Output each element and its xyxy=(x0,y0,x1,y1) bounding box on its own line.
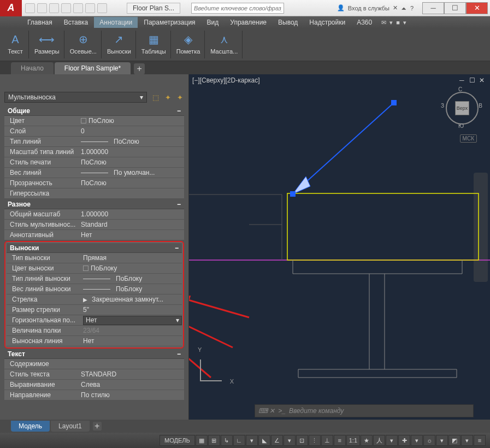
section-header[interactable]: Текст− xyxy=(4,349,184,359)
add-tab-button[interactable]: + xyxy=(134,63,145,74)
prop-value[interactable]: 1.000000 xyxy=(81,210,184,218)
status-scale[interactable]: 1:1 xyxy=(346,435,360,446)
prop-value[interactable]: Standard xyxy=(81,221,184,228)
login-link[interactable]: Вход в службы xyxy=(348,5,389,11)
coord-system-label[interactable]: МСК xyxy=(460,134,477,143)
viewcube-south[interactable]: Ю xyxy=(458,123,464,129)
prop-row[interactable]: Масштаб типа линий1.000000 xyxy=(4,147,184,157)
prop-row[interactable]: Содержимое xyxy=(4,359,184,369)
qat-new-icon[interactable] xyxy=(25,3,35,13)
ribbon-Выноски[interactable]: ↗Выноски xyxy=(103,31,136,58)
menu-управление[interactable]: Управление xyxy=(225,17,272,28)
qat-saveas-icon[interactable] xyxy=(61,3,71,13)
status-toggle-icon[interactable]: ▾ xyxy=(386,435,398,446)
prop-row[interactable]: Вес линий выноскиПоБлоку xyxy=(7,284,182,294)
prop-row[interactable]: ЦветПоСлою xyxy=(4,116,184,126)
layout-tab[interactable]: Модель xyxy=(11,421,50,432)
ribbon-Текст[interactable]: AТекст xyxy=(2,31,29,58)
menu-extra-icon[interactable]: ✉ xyxy=(381,19,386,26)
prop-row[interactable]: Тип выноскиПрямая xyxy=(7,253,182,263)
status-toggle-icon[interactable]: ▾ xyxy=(246,435,258,446)
minimize-button[interactable]: ─ xyxy=(422,2,444,14)
prop-value[interactable]: ПоСлою xyxy=(81,179,184,187)
prop-row[interactable]: Тип линийПоСлою xyxy=(4,137,184,147)
app-logo[interactable]: A xyxy=(0,0,22,16)
status-toggle-icon[interactable]: ◩ xyxy=(448,435,461,446)
status-toggle-icon[interactable]: ⊡ xyxy=(296,435,308,446)
prop-row[interactable]: ПрозрачностьПоСлою xyxy=(4,178,184,188)
ribbon-Пометка[interactable]: ◈Пометка xyxy=(172,31,205,58)
prop-value[interactable]: Нет▾ xyxy=(83,316,182,325)
menu-параметризация[interactable]: Параметризация xyxy=(138,17,200,28)
prop-row[interactable]: АннотативныйНет xyxy=(4,230,184,240)
doc-tab[interactable]: Начало xyxy=(11,62,54,74)
object-type-selector[interactable]: Мультивыноска▾ xyxy=(4,92,147,103)
prop-row[interactable]: Горизонтальная по...Нет▾ xyxy=(7,315,182,326)
status-toggle-icon[interactable]: ▾ xyxy=(461,435,473,446)
menu-главная[interactable]: Главная xyxy=(22,17,58,28)
prop-value[interactable]: Нет xyxy=(83,337,182,345)
prop-value[interactable]: ПоБлоку xyxy=(83,264,182,272)
viewport-label[interactable]: [−][Сверху][2D-каркас] xyxy=(192,76,260,84)
prop-row[interactable]: Стиль мультивынос...Standard xyxy=(4,220,184,230)
add-layout-button[interactable]: + xyxy=(93,422,102,431)
command-line[interactable]: ⌨ ✕ >_ Введите команду xyxy=(255,404,474,417)
status-toggle-icon[interactable]: ∠ xyxy=(271,435,283,446)
ribbon-Таблицы[interactable]: ▦Таблицы xyxy=(137,31,171,58)
status-toggle-icon[interactable]: ≡ xyxy=(474,435,486,446)
prop-row[interactable]: Стиль текстаSTANDARD xyxy=(4,369,184,380)
prop-row[interactable]: Стиль печатиПоСлою xyxy=(4,157,184,168)
status-model-button[interactable]: МОДЕЛЬ xyxy=(160,435,195,446)
viewcube[interactable]: Верх С Ю З В xyxy=(443,87,481,131)
prop-row[interactable]: Слой0 xyxy=(4,126,184,137)
prop-row[interactable]: Вес линийПо умолчан... xyxy=(4,168,184,178)
status-toggle-icon[interactable]: ▾ xyxy=(284,435,296,446)
prop-row[interactable]: Выносная линияНет xyxy=(7,336,182,346)
a360-icon[interactable]: ⏶ xyxy=(401,5,407,11)
status-toggle-icon[interactable]: ↳ xyxy=(221,435,233,446)
help-icon[interactable]: ? xyxy=(410,5,414,11)
status-toggle-icon[interactable]: ☼ xyxy=(423,435,435,446)
prop-value[interactable]: По стилю xyxy=(81,391,184,399)
prop-row[interactable]: Тип линий выноскиПоБлоку xyxy=(7,274,182,284)
prop-row[interactable]: Величина полки23/64 xyxy=(7,326,182,336)
status-toggle-icon[interactable]: ▾ xyxy=(411,435,423,446)
menu-аннотации[interactable]: Аннотации xyxy=(94,17,138,28)
prop-row[interactable]: НаправлениеПо стилю xyxy=(4,390,184,400)
prop-value[interactable]: Слева xyxy=(81,381,184,388)
qat-undo-icon[interactable] xyxy=(85,3,95,13)
quick-select-icon[interactable]: ⬚ xyxy=(151,93,160,102)
prop-value[interactable]: ПоСлою xyxy=(81,117,184,125)
prop-value[interactable]: 5" xyxy=(83,306,182,314)
exchange-icon[interactable]: ✕ xyxy=(393,4,398,11)
prop-row[interactable]: Гиперссылка xyxy=(4,188,184,199)
prop-row[interactable]: Общий масштаб1.000000 xyxy=(4,209,184,220)
status-toggle-icon[interactable]: ⊞ xyxy=(208,435,220,446)
section-header[interactable]: Общие− xyxy=(4,106,184,116)
search-input[interactable] xyxy=(191,3,284,14)
ucs-icon[interactable]: Y X xyxy=(200,354,227,381)
menu-extra-icon[interactable]: ▾ xyxy=(403,19,406,26)
prop-value[interactable]: Прямая xyxy=(83,254,182,262)
viewcube-top[interactable]: Верх xyxy=(455,101,469,115)
user-icon[interactable]: 👤 xyxy=(337,4,345,11)
prop-row[interactable]: Стрелка▶Закрешенная замкнут... xyxy=(7,294,182,305)
menu-вывод[interactable]: Вывод xyxy=(273,17,303,28)
viewport-maximize-icon[interactable]: ☐ xyxy=(469,76,477,84)
doc-tab[interactable]: Floor Plan Sample* xyxy=(55,62,131,74)
prop-value[interactable]: Нет xyxy=(81,231,184,239)
viewport-minimize-icon[interactable]: ─ xyxy=(459,76,467,84)
select-objects-icon[interactable]: ✦ xyxy=(163,93,172,102)
pickadd-icon[interactable]: ✦ xyxy=(175,93,184,102)
status-toggle-icon[interactable]: ▾ xyxy=(436,435,448,446)
menu-надстройки[interactable]: Надстройки xyxy=(304,17,351,28)
prop-value[interactable]: 1.000000 xyxy=(81,148,184,156)
prop-value[interactable]: По умолчан... xyxy=(81,169,184,176)
status-toggle-icon[interactable]: ✚ xyxy=(398,435,410,446)
viewcube-east[interactable]: В xyxy=(479,103,482,109)
section-header[interactable]: Выноски− xyxy=(7,243,182,253)
ribbon-Размеры[interactable]: ⟷Размеры xyxy=(30,31,64,58)
ribbon-Осевые...[interactable]: ⊕Осевые... xyxy=(66,31,102,58)
viewcube-north[interactable]: С xyxy=(458,86,462,92)
prop-value[interactable]: ПоСлою xyxy=(81,138,184,145)
